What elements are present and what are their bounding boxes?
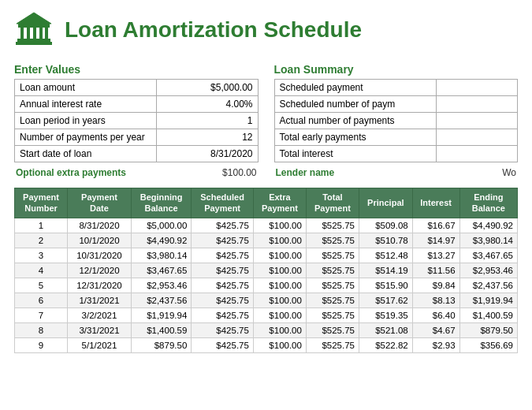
summary-row: Actual number of payments	[274, 113, 518, 129]
table-cell: 3	[15, 248, 68, 263]
lender-value: Wo	[502, 167, 516, 178]
amort-col-header: Interest	[412, 188, 459, 218]
values-label: Annual interest rate	[15, 96, 157, 113]
table-cell: 4	[15, 263, 68, 278]
table-cell: 3/2/2021	[68, 308, 132, 322]
table-cell: $356.69	[459, 337, 517, 352]
table-cell: $525.75	[306, 278, 359, 293]
table-cell: $517.62	[359, 293, 412, 308]
table-cell: $3,467.65	[459, 248, 517, 263]
table-cell: $510.78	[359, 233, 412, 248]
table-cell: 5/1/2021	[68, 337, 132, 352]
lender-row: Lender name Wo	[274, 167, 519, 178]
table-cell: $425.75	[192, 308, 254, 322]
svg-rect-7	[17, 39, 50, 42]
table-cell: $509.08	[359, 218, 412, 233]
summary-row: Total early payments	[274, 129, 518, 146]
svg-rect-8	[16, 42, 52, 45]
table-cell: $4,490.92	[131, 233, 191, 248]
table-cell: $425.75	[192, 218, 254, 233]
svg-marker-0	[17, 13, 51, 24]
table-cell: $2,437.56	[131, 293, 191, 308]
table-cell: $1,919.94	[459, 293, 517, 308]
loan-summary-title: Loan Summary	[274, 63, 519, 76]
table-cell: $13.27	[412, 248, 459, 263]
table-cell: $100.00	[253, 263, 306, 278]
summary-table: Scheduled paymentScheduled number of pay…	[274, 79, 519, 162]
table-cell: $100.00	[253, 248, 306, 263]
table-cell: $1,400.59	[131, 322, 191, 337]
table-cell: $8.13	[412, 293, 459, 308]
table-row: 512/31/2020$2,953.46$425.75$100.00$525.7…	[15, 278, 518, 293]
svg-rect-5	[39, 28, 43, 39]
table-cell: $100.00	[253, 293, 306, 308]
table-cell: 10/31/2020	[68, 248, 132, 263]
extra-payments-row: Optional extra payments $100.00	[14, 167, 259, 178]
table-row: 210/1/2020$4,490.92$425.75$100.00$525.75…	[15, 233, 518, 248]
table-cell: $2,953.46	[131, 278, 191, 293]
values-label: Loan amount	[15, 80, 157, 96]
table-cell: $425.75	[192, 293, 254, 308]
amort-col-header: Extra Payment	[253, 188, 306, 218]
table-cell: $525.75	[306, 308, 359, 322]
table-cell: $525.75	[306, 337, 359, 352]
lender-label: Lender name	[276, 167, 335, 178]
table-cell: $519.35	[359, 308, 412, 322]
table-cell: $3,467.65	[131, 263, 191, 278]
bank-icon	[14, 11, 54, 49]
summary-row: Scheduled payment	[274, 80, 518, 96]
values-label: Loan period in years	[15, 113, 157, 129]
table-cell: $425.75	[192, 322, 254, 337]
table-cell: 2	[15, 233, 68, 248]
table-cell: $16.67	[412, 218, 459, 233]
values-label: Start date of loan	[15, 146, 157, 162]
loan-summary-panel: Loan Summary Scheduled paymentScheduled …	[274, 63, 519, 178]
values-row: Loan amount$5,000.00	[15, 80, 259, 96]
svg-rect-6	[45, 28, 48, 39]
extra-payments-value: $100.00	[222, 167, 256, 178]
main-content: Enter Values Loan amount$5,000.00Annual …	[0, 57, 532, 181]
table-cell: $2,953.46	[459, 263, 517, 278]
amort-col-header: Scheduled Payment	[192, 188, 254, 218]
amort-col-header: Total Payment	[306, 188, 359, 218]
table-cell: $425.75	[192, 278, 254, 293]
values-row: Number of payments per year12	[15, 129, 259, 146]
table-cell: $879.50	[131, 337, 191, 352]
amortization-table: Payment NumberPayment DateBeginning Bala…	[14, 188, 518, 353]
table-cell: $11.56	[412, 263, 459, 278]
table-cell: $425.75	[192, 263, 254, 278]
values-table: Loan amount$5,000.00Annual interest rate…	[14, 79, 259, 162]
page-title: Loan Amortization Schedule	[65, 17, 362, 43]
values-row: Start date of loan8/31/2020	[15, 146, 259, 162]
table-cell: $1,400.59	[459, 308, 517, 322]
table-cell: 6	[15, 293, 68, 308]
table-row: 61/31/2021$2,437.56$425.75$100.00$525.75…	[15, 293, 518, 308]
values-value: 1	[157, 113, 259, 129]
table-row: 83/31/2021$1,400.59$425.75$100.00$525.75…	[15, 322, 518, 337]
table-cell: $425.75	[192, 337, 254, 352]
table-cell: $4.67	[412, 322, 459, 337]
summary-label: Actual number of payments	[274, 113, 437, 129]
table-cell: $512.48	[359, 248, 412, 263]
table-row: 95/1/2021$879.50$425.75$100.00$525.75$52…	[15, 337, 518, 352]
svg-rect-4	[33, 28, 36, 39]
table-cell: $3,980.14	[459, 233, 517, 248]
values-value: 12	[157, 129, 259, 146]
values-value: 8/31/2020	[157, 146, 259, 162]
summary-row: Scheduled number of paym	[274, 96, 518, 113]
amortization-section: Payment NumberPayment DateBeginning Bala…	[0, 181, 532, 353]
table-cell: 1	[15, 218, 68, 233]
summary-value	[437, 80, 518, 96]
svg-rect-3	[27, 28, 30, 39]
table-cell: $879.50	[459, 322, 517, 337]
amort-col-header: Payment Number	[15, 188, 68, 218]
table-cell: $525.75	[306, 293, 359, 308]
enter-values-panel: Enter Values Loan amount$5,000.00Annual …	[14, 63, 259, 178]
table-cell: 7	[15, 308, 68, 322]
table-cell: $525.75	[306, 248, 359, 263]
table-cell: $525.75	[306, 263, 359, 278]
svg-rect-2	[20, 28, 24, 39]
amort-col-header: Principal	[359, 188, 412, 218]
table-cell: $100.00	[253, 278, 306, 293]
table-row: 412/1/2020$3,467.65$425.75$100.00$525.75…	[15, 263, 518, 278]
